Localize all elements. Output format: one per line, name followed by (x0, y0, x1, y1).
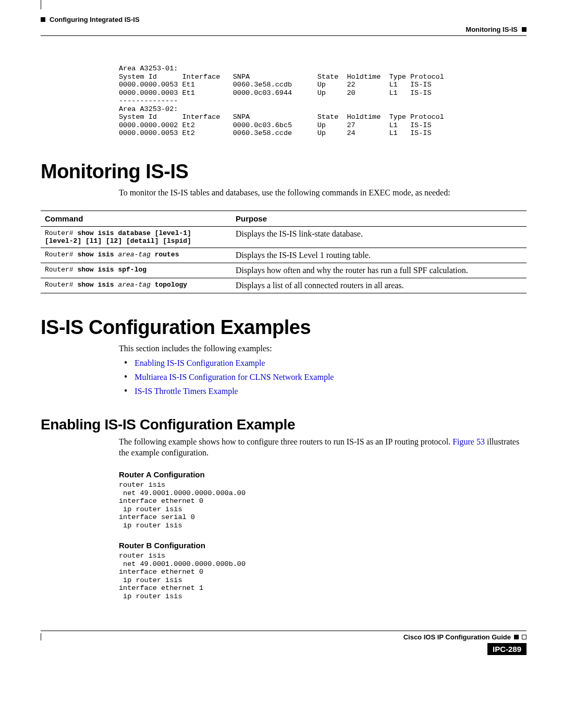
col-purpose: Purpose (231, 211, 527, 227)
footer-guide-title: Cisco IOS IP Configuration Guide (403, 633, 511, 641)
example-link[interactable]: Enabling IS-IS Configuration Example (134, 359, 265, 367)
example-link[interactable]: IS-IS Throttle Timers Example (134, 387, 238, 396)
examples-intro: This section includes the following exam… (119, 343, 527, 354)
router-b-heading: Router B Configuration (119, 541, 527, 550)
table-row: Router# show isis area-tag routes Displa… (41, 248, 527, 263)
section-title: Monitoring IS-IS (466, 26, 518, 33)
examples-link-list: Enabling IS-IS Configuration Example Mul… (134, 357, 527, 397)
enable-example-intro: The following example shows how to confi… (119, 436, 527, 459)
table-row: Router# show isis spf-log Displays how o… (41, 263, 527, 278)
page-footer: Cisco IOS IP Configuration Guide IPC-289 (41, 631, 527, 655)
header-square-icon (41, 17, 45, 22)
router-a-code: router isis net 49.0001.0000.0000.000a.0… (119, 481, 527, 529)
router-a-heading: Router A Configuration (119, 470, 527, 479)
command-table: Command Purpose Router# show isis databa… (41, 211, 527, 293)
heading-monitoring: Monitoring IS-IS (41, 161, 527, 183)
page-number: IPC-289 (487, 643, 527, 655)
heading-examples: IS-IS Configuration Examples (41, 316, 527, 339)
router-b-code: router isis net 49.0001.0000.0000.000b.0… (119, 552, 527, 600)
heading-enable-example: Enabling IS-IS Configuration Example (41, 416, 527, 433)
example-link[interactable]: Multiarea IS-IS Configuration for CLNS N… (134, 373, 334, 381)
table-row: Router# show isis area-tag topology Disp… (41, 278, 527, 293)
header-square-icon (522, 27, 527, 32)
monitoring-intro: To monitor the IS-IS tables and database… (119, 187, 527, 199)
footer-square-icon (514, 635, 519, 639)
page-header: Configuring Integrated IS-IS Monitoring … (41, 16, 527, 36)
figure-link[interactable]: Figure 53 (452, 437, 485, 446)
col-command: Command (41, 211, 231, 227)
footer-square-outline-icon (522, 635, 527, 639)
chapter-title: Configuring Integrated IS-IS (50, 16, 140, 23)
table-row: Router# show isis database [level-1] [le… (41, 227, 527, 248)
cli-output-block: Area A3253-01: System Id Interface SNPA … (119, 65, 527, 138)
